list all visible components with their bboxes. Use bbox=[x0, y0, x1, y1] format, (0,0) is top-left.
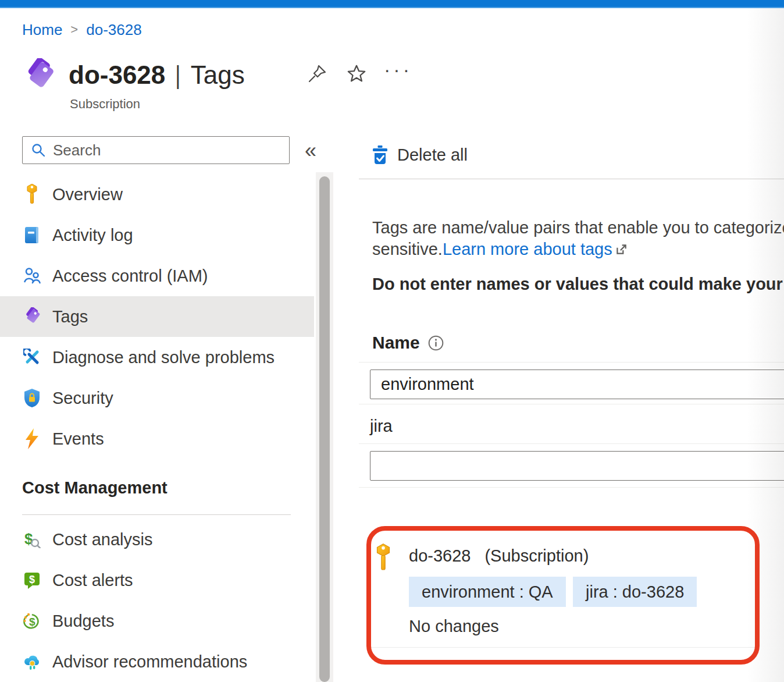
sidebar-item-access-control[interactable]: Access control (IAM) bbox=[0, 255, 314, 296]
top-nav-bar bbox=[0, 0, 784, 8]
page-title: do-3628 | Tags bbox=[69, 61, 245, 90]
delete-all-button[interactable]: Delete all bbox=[372, 145, 468, 165]
learn-more-link[interactable]: Learn more about tags bbox=[443, 240, 612, 259]
tag-chip-jira: jira : do-3628 bbox=[573, 577, 697, 607]
sidebar-scrollbar-thumb[interactable] bbox=[319, 176, 330, 682]
key-icon bbox=[22, 184, 42, 205]
sidebar-item-security[interactable]: Security bbox=[0, 378, 314, 418]
sidebar-item-overview[interactable]: Overview bbox=[0, 174, 314, 215]
resource-type-subtitle: Subscription bbox=[70, 97, 140, 112]
cost-analysis-icon: $ bbox=[22, 529, 42, 550]
external-link-icon bbox=[615, 243, 628, 256]
tags-warning-text: Do not enter names or values that could … bbox=[372, 275, 784, 294]
breadcrumb: Home > do-3628 bbox=[22, 21, 142, 39]
svg-text:$: $ bbox=[29, 574, 35, 585]
book-icon bbox=[22, 225, 42, 246]
main-content: Delete all Tags are name/value pairs tha… bbox=[359, 8, 784, 682]
advisor-cloud-icon bbox=[22, 651, 42, 672]
tag-name-input-row3[interactable] bbox=[370, 451, 784, 481]
tag-icon bbox=[22, 306, 42, 327]
page-title-separator: | bbox=[175, 61, 180, 90]
sidebar-section-cost-management: Cost Management bbox=[22, 478, 168, 498]
breadcrumb-home-link[interactable]: Home bbox=[22, 21, 62, 39]
row-divider bbox=[359, 443, 784, 444]
sidebar-collapse-button[interactable]: « bbox=[305, 138, 316, 163]
tools-icon bbox=[22, 347, 42, 368]
sidebar-item-advisor-recommendations[interactable]: Advisor recommendations bbox=[0, 641, 314, 682]
summary-resource-type: (Subscription) bbox=[484, 546, 589, 566]
search-icon bbox=[31, 143, 46, 158]
budgets-icon: $ bbox=[22, 610, 42, 631]
row-divider bbox=[359, 404, 784, 404]
row-divider bbox=[359, 487, 784, 488]
page-title-resource: do-3628 bbox=[69, 61, 165, 90]
people-icon bbox=[22, 265, 42, 286]
summary-status-text: No changes bbox=[409, 617, 499, 636]
azure-portal-tags-page: Home > do-3628 do-3628 | Tags ··· bbox=[0, 0, 784, 682]
sidebar-item-events[interactable]: Events bbox=[0, 418, 314, 459]
search-placeholder: Search bbox=[53, 141, 101, 159]
tags-resource-icon bbox=[22, 58, 56, 93]
bolt-icon bbox=[22, 428, 42, 449]
trash-check-icon bbox=[372, 145, 388, 165]
tags-description-line2: sensitive.Learn more about tags bbox=[372, 240, 628, 259]
breadcrumb-current-link[interactable]: do-3628 bbox=[86, 21, 141, 39]
tag-chip-environment: environment : QA bbox=[409, 577, 566, 607]
sidebar-section-divider bbox=[22, 514, 291, 515]
tag-name-input-row1[interactable] bbox=[370, 370, 784, 399]
page-title-blade: Tags bbox=[191, 61, 245, 90]
svg-text:$: $ bbox=[29, 616, 35, 628]
summary-resource-name: do-3628 bbox=[409, 546, 471, 566]
summary-resource-line: do-3628 (Subscription) bbox=[409, 546, 589, 566]
cost-alerts-icon: $ bbox=[22, 570, 42, 591]
sidebar-item-budgets[interactable]: $ Budgets bbox=[0, 601, 314, 641]
sidebar-item-tags[interactable]: Tags bbox=[0, 296, 314, 337]
breadcrumb-separator-icon: > bbox=[70, 22, 78, 37]
row-divider bbox=[359, 362, 784, 363]
sidebar-item-cost-analysis[interactable]: $ Cost analysis bbox=[0, 519, 314, 560]
tags-description-line1: Tags are name/value pairs that enable yo… bbox=[372, 218, 784, 237]
sidebar-menu: Overview Activity log Access control (IA… bbox=[0, 174, 314, 459]
sidebar-item-activity-log[interactable]: Activity log bbox=[0, 215, 314, 255]
name-column-header: Name bbox=[372, 333, 444, 353]
info-icon[interactable] bbox=[428, 335, 444, 351]
pin-icon[interactable] bbox=[307, 64, 327, 84]
sidebar-cost-menu: $ Cost analysis $ Cost alerts bbox=[0, 519, 314, 682]
sidebar-item-cost-alerts[interactable]: $ Cost alerts bbox=[0, 560, 314, 601]
sidebar-search-input[interactable]: Search bbox=[22, 136, 290, 164]
summary-divider bbox=[370, 647, 756, 648]
toolbar-divider bbox=[359, 179, 784, 179]
shield-icon bbox=[22, 388, 42, 409]
tag-name-text-row2: jira bbox=[370, 417, 393, 436]
sidebar-item-diagnose[interactable]: Diagnose and solve problems bbox=[0, 337, 314, 378]
key-icon bbox=[375, 544, 391, 571]
